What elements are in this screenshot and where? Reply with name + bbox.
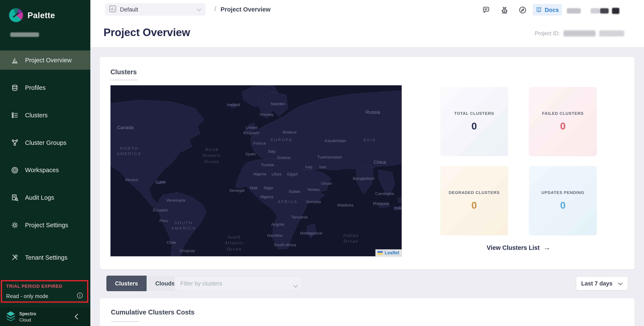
stat-label: FAILED CLUSTERS [542, 111, 584, 116]
map-label: AFRICA [278, 199, 298, 204]
main-content: Clusters [90, 47, 644, 326]
redacted-project-id [599, 30, 624, 36]
map-labels: IcelandSwedenNorwayRussiaCanadaUnited Ki… [110, 85, 402, 256]
sidebar-item-label: Project Overview [25, 56, 72, 64]
sidebar-item-audit-logs[interactable]: Audit Logs [0, 188, 90, 207]
docs-button[interactable]: Docs [533, 4, 562, 15]
gear-icon [11, 221, 19, 229]
tab-clusters[interactable]: Clusters [106, 276, 146, 291]
map-label: Italy [268, 149, 276, 154]
sidebar-item-tenant-settings[interactable]: Tenant Settings [0, 248, 90, 267]
stat-value: 0 [471, 121, 477, 132]
read-only-mode-label: Read - only mode [6, 293, 48, 299]
time-range-dropdown[interactable]: Last 7 days [576, 277, 628, 290]
clusters-card-title: Clusters [110, 68, 137, 76]
compass-icon[interactable] [518, 5, 527, 14]
map-label: ASIA [363, 137, 376, 143]
cumulative-costs-card: Cumulative Clusters Costs [100, 298, 634, 326]
map-label: Angola [271, 222, 284, 227]
leaflet-link[interactable]: Leaflet [384, 250, 399, 255]
project-selector-dropdown[interactable]: Default [105, 3, 205, 15]
chat-icon[interactable] [482, 5, 490, 14]
redacted-text [10, 32, 39, 37]
sidebar: Palette Project Overview Profiles Clus [0, 0, 90, 326]
sidebar-item-label: Workspaces [25, 166, 59, 173]
project-selector-value: Default [120, 6, 193, 13]
map-label: Indonesia [394, 205, 402, 211]
sidebar-item-project-overview[interactable]: Project Overview [0, 50, 90, 70]
filter-by-clusters-dropdown [174, 276, 303, 291]
map-label: Mali [250, 185, 258, 190]
map-label: Cambodia [375, 191, 394, 196]
brand-logo: Palette [0, 0, 90, 22]
map-label: Kazakhstan [325, 138, 346, 143]
brand-name: Palette [28, 10, 55, 20]
map-label: United Kingdom [243, 125, 260, 135]
map-label: Chile [167, 240, 176, 245]
sidebar-item-project-settings[interactable]: Project Settings [0, 215, 90, 234]
sidebar-item-profiles[interactable]: Profiles [0, 78, 90, 97]
map-label: NORTH AMERICA [117, 146, 141, 157]
chevron-down-icon [618, 280, 623, 287]
sidebar-nav: Project Overview Profiles Clusters Clust… [0, 50, 90, 275]
cumulative-costs-title: Cumulative Clusters Costs [111, 309, 194, 316]
map-label: Oman [321, 181, 332, 186]
chevron-down-icon [293, 282, 298, 290]
map-label: SOUTH AMERICA [171, 220, 196, 231]
world-map[interactable]: IcelandSwedenNorwayRussiaCanadaUnited Ki… [110, 85, 402, 256]
map-label: Cuba [155, 179, 165, 185]
time-range-value: Last 7 days [581, 280, 612, 287]
map-label: EUROPE [270, 137, 293, 143]
map-label: Libya [272, 171, 282, 177]
page-title: Project Overview [104, 26, 190, 39]
map-label: Greece [277, 155, 290, 160]
map-label: Madagascar [300, 230, 323, 236]
filter-by-clusters-input[interactable] [174, 276, 303, 291]
stat-card-degraded-clusters: DEGRADED CLUSTERS 0 [440, 166, 508, 235]
sidebar-item-workspaces[interactable]: Workspaces [0, 161, 90, 180]
stat-card-total-clusters: TOTAL CLUSTERS 0 [440, 87, 508, 157]
map-label: France [253, 140, 266, 146]
breadcrumb-separator: / [214, 5, 216, 13]
project-selector-icon [109, 5, 116, 14]
layers-icon [11, 83, 19, 92]
palette-logo-icon [9, 8, 23, 22]
map-label: Somalia [306, 199, 321, 204]
page-header: Default / Project Overview Docs Project … [90, 0, 644, 47]
sidebar-item-label: Audit Logs [25, 194, 54, 201]
sidebar-item-clusters[interactable]: Clusters [0, 105, 90, 125]
bug-icon[interactable] [500, 5, 509, 14]
list-icon [11, 111, 19, 119]
target-icon [11, 166, 19, 174]
sidebar-item-label: Project Settings [25, 221, 68, 228]
chart-icon [11, 56, 19, 64]
clusters-clouds-tabs: Clusters Clouds [106, 276, 183, 291]
trial-expired-label: TRIAL PERIOD EXPIRED [6, 284, 84, 289]
map-label: Algeria [254, 171, 266, 177]
stat-card-failed-clusters: FAILED CLUSTERS 0 [529, 87, 597, 157]
view-clusters-list-label: View Clusters List [487, 244, 540, 251]
stat-label: UPDATES PENDING [542, 190, 584, 195]
info-icon[interactable] [77, 293, 83, 300]
sidebar-item-cluster-groups[interactable]: Cluster Groups [0, 133, 90, 152]
map-label: Russia [366, 109, 380, 115]
view-clusters-list-link[interactable]: View Clusters List→ [440, 244, 597, 252]
map-attribution: Leaflet [375, 249, 402, 256]
map-label: Yemen [307, 187, 320, 192]
project-id-label: Project ID: [535, 30, 560, 36]
app-window: Palette Project Overview Profiles Clus [0, 0, 644, 326]
map-label: Indian Ocean [343, 232, 359, 244]
map-label: South Africa [274, 242, 296, 247]
docs-button-label: Docs [545, 6, 559, 13]
collapse-sidebar-chevron-icon[interactable] [74, 314, 78, 321]
map-label: Malaysia [373, 201, 389, 206]
clusters-card: Clusters [100, 57, 634, 270]
chevron-down-icon [197, 6, 201, 13]
map-label: South Atlantic Ocean [224, 234, 244, 252]
map-label: Mexico [125, 177, 138, 182]
map-label: Niger [264, 185, 274, 190]
ukraine-flag-icon [377, 251, 383, 254]
sidebar-item-label: Cluster Groups [25, 139, 66, 146]
stat-value: 0 [471, 200, 477, 211]
map-label: Venezuela [166, 197, 185, 203]
